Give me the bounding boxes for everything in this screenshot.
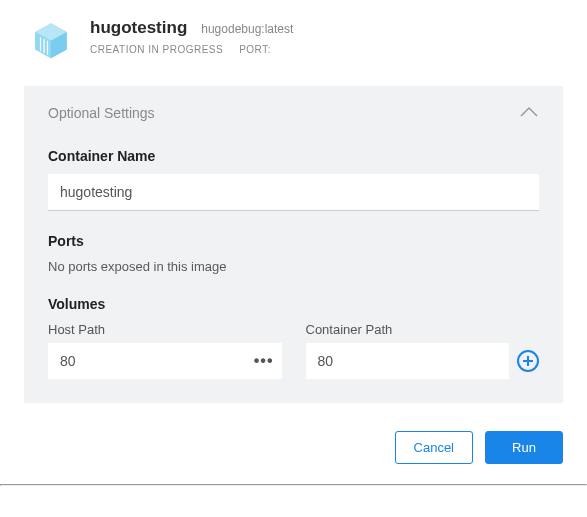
ports-empty-message: No ports exposed in this image [48, 259, 539, 274]
panel-title: Optional Settings [48, 105, 155, 121]
container-name-label: Container Name [48, 148, 539, 164]
run-button[interactable]: Run [485, 431, 563, 464]
dialog: hugotesting hugodebug:latest CREATION IN… [0, 0, 587, 486]
container-name-section: Container Name [48, 148, 539, 211]
status-text: CREATION IN PROGRESS [90, 44, 223, 55]
header-info: hugotesting hugodebug:latest CREATION IN… [90, 18, 563, 55]
host-path-label: Host Path [48, 322, 282, 337]
ports-label: Ports [48, 233, 539, 249]
optional-settings-panel: Optional Settings Container Name Ports N… [24, 86, 563, 403]
ports-section: Ports No ports exposed in this image [48, 233, 539, 274]
container-path-input[interactable] [306, 343, 510, 379]
image-tag: hugodebug:latest [201, 22, 293, 36]
host-path-input[interactable] [48, 343, 282, 379]
chevron-up-icon[interactable] [519, 104, 539, 122]
container-icon [30, 18, 72, 60]
add-volume-button[interactable] [517, 350, 539, 372]
container-path-label: Container Path [306, 322, 540, 337]
panel-header[interactable]: Optional Settings [48, 104, 539, 122]
volumes-label: Volumes [48, 296, 539, 312]
container-name-input[interactable] [48, 174, 539, 211]
divider [0, 484, 587, 486]
cancel-button[interactable]: Cancel [395, 431, 473, 464]
container-title: hugotesting [90, 18, 187, 38]
port-label: PORT: [239, 44, 271, 55]
footer: Cancel Run [0, 403, 587, 484]
browse-host-path-button[interactable]: ••• [254, 352, 274, 370]
header: hugotesting hugodebug:latest CREATION IN… [0, 0, 587, 78]
volumes-section: Volumes Host Path ••• Container Path [48, 296, 539, 379]
